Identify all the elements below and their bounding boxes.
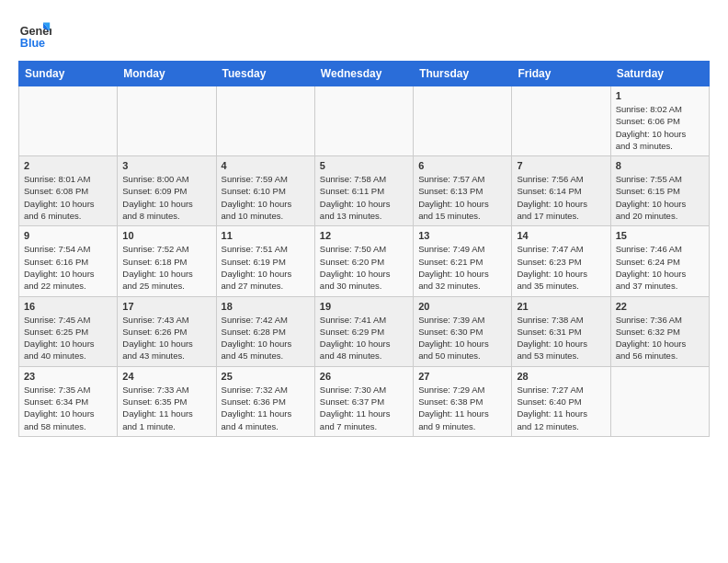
calendar-header-row: SundayMondayTuesdayWednesdayThursdayFrid…: [19, 62, 710, 86]
calendar-day-cell: [414, 86, 512, 156]
day-number: 16: [24, 301, 112, 312]
day-number: 20: [418, 301, 506, 312]
day-info: Sunrise: 7:46 AM Sunset: 6:24 PM Dayligh…: [616, 243, 704, 292]
day-number: 11: [222, 230, 310, 241]
calendar-table: SundayMondayTuesdayWednesdayThursdayFrid…: [18, 61, 710, 437]
calendar-day-cell: [512, 86, 610, 156]
calendar-day-cell: 23Sunrise: 7:35 AM Sunset: 6:34 PM Dayli…: [19, 366, 118, 436]
day-info: Sunrise: 7:36 AM Sunset: 6:32 PM Dayligh…: [616, 314, 704, 362]
weekday-header-tuesday: Tuesday: [216, 62, 314, 86]
day-info: Sunrise: 8:01 AM Sunset: 6:08 PM Dayligh…: [24, 173, 112, 222]
day-number: 13: [418, 230, 506, 241]
day-info: Sunrise: 7:29 AM Sunset: 6:38 PM Dayligh…: [418, 384, 506, 432]
calendar-day-cell: [314, 86, 413, 156]
day-number: 10: [122, 230, 210, 241]
day-info: Sunrise: 8:00 AM Sunset: 6:09 PM Dayligh…: [122, 173, 210, 222]
calendar-day-cell: 4Sunrise: 7:59 AM Sunset: 6:10 PM Daylig…: [216, 156, 314, 226]
day-number: 1: [616, 90, 704, 101]
day-info: Sunrise: 7:59 AM Sunset: 6:10 PM Dayligh…: [222, 173, 310, 222]
weekday-header-thursday: Thursday: [414, 62, 512, 86]
calendar-day-cell: 27Sunrise: 7:29 AM Sunset: 6:38 PM Dayli…: [414, 366, 512, 436]
calendar-day-cell: 22Sunrise: 7:36 AM Sunset: 6:32 PM Dayli…: [610, 296, 709, 366]
calendar-day-cell: 18Sunrise: 7:42 AM Sunset: 6:28 PM Dayli…: [216, 296, 314, 366]
day-info: Sunrise: 7:52 AM Sunset: 6:18 PM Dayligh…: [122, 243, 210, 292]
calendar-day-cell: 14Sunrise: 7:47 AM Sunset: 6:23 PM Dayli…: [512, 226, 610, 296]
calendar-day-cell: 28Sunrise: 7:27 AM Sunset: 6:40 PM Dayli…: [512, 366, 610, 436]
page-header: General Blue: [18, 18, 710, 52]
calendar-day-cell: 12Sunrise: 7:50 AM Sunset: 6:20 PM Dayli…: [314, 226, 413, 296]
day-info: Sunrise: 8:02 AM Sunset: 6:06 PM Dayligh…: [616, 103, 704, 152]
day-number: 9: [24, 230, 112, 241]
calendar-day-cell: 16Sunrise: 7:45 AM Sunset: 6:25 PM Dayli…: [19, 296, 118, 366]
weekday-header-friday: Friday: [512, 62, 610, 86]
day-number: 28: [517, 371, 605, 382]
calendar-day-cell: [216, 86, 314, 156]
calendar-day-cell: [610, 366, 709, 436]
day-info: Sunrise: 7:49 AM Sunset: 6:21 PM Dayligh…: [418, 243, 506, 292]
day-number: 26: [320, 371, 408, 382]
day-info: Sunrise: 7:47 AM Sunset: 6:23 PM Dayligh…: [517, 243, 605, 292]
day-number: 6: [418, 160, 506, 171]
calendar-day-cell: 6Sunrise: 7:57 AM Sunset: 6:13 PM Daylig…: [414, 156, 512, 226]
calendar-day-cell: 24Sunrise: 7:33 AM Sunset: 6:35 PM Dayli…: [118, 366, 216, 436]
day-info: Sunrise: 7:42 AM Sunset: 6:28 PM Dayligh…: [222, 314, 310, 362]
calendar-week-row: 23Sunrise: 7:35 AM Sunset: 6:34 PM Dayli…: [19, 366, 710, 436]
day-info: Sunrise: 7:54 AM Sunset: 6:16 PM Dayligh…: [24, 243, 112, 292]
weekday-header-wednesday: Wednesday: [314, 62, 413, 86]
day-info: Sunrise: 7:39 AM Sunset: 6:30 PM Dayligh…: [418, 314, 506, 362]
day-number: 23: [24, 371, 112, 382]
day-info: Sunrise: 7:38 AM Sunset: 6:31 PM Dayligh…: [517, 314, 605, 362]
day-number: 25: [222, 371, 310, 382]
calendar-day-cell: 17Sunrise: 7:43 AM Sunset: 6:26 PM Dayli…: [118, 296, 216, 366]
calendar-day-cell: 20Sunrise: 7:39 AM Sunset: 6:30 PM Dayli…: [414, 296, 512, 366]
day-info: Sunrise: 7:41 AM Sunset: 6:29 PM Dayligh…: [320, 314, 408, 362]
day-info: Sunrise: 7:50 AM Sunset: 6:20 PM Dayligh…: [320, 243, 408, 292]
logo-icon: General Blue: [18, 18, 51, 52]
day-info: Sunrise: 7:55 AM Sunset: 6:15 PM Dayligh…: [616, 173, 704, 222]
day-number: 4: [222, 160, 310, 171]
calendar-day-cell: 3Sunrise: 8:00 AM Sunset: 6:09 PM Daylig…: [118, 156, 216, 226]
day-number: 12: [320, 230, 408, 241]
day-info: Sunrise: 7:51 AM Sunset: 6:19 PM Dayligh…: [222, 243, 310, 292]
calendar-week-row: 16Sunrise: 7:45 AM Sunset: 6:25 PM Dayli…: [19, 296, 710, 366]
day-number: 14: [517, 230, 605, 241]
calendar-day-cell: 2Sunrise: 8:01 AM Sunset: 6:08 PM Daylig…: [19, 156, 118, 226]
day-info: Sunrise: 7:35 AM Sunset: 6:34 PM Dayligh…: [24, 384, 112, 432]
calendar-day-cell: 15Sunrise: 7:46 AM Sunset: 6:24 PM Dayli…: [610, 226, 709, 296]
day-number: 18: [222, 301, 310, 312]
calendar-day-cell: 25Sunrise: 7:32 AM Sunset: 6:36 PM Dayli…: [216, 366, 314, 436]
day-info: Sunrise: 7:32 AM Sunset: 6:36 PM Dayligh…: [222, 384, 310, 432]
svg-text:Blue: Blue: [20, 37, 45, 50]
weekday-header-monday: Monday: [118, 62, 216, 86]
day-info: Sunrise: 7:43 AM Sunset: 6:26 PM Dayligh…: [122, 314, 210, 362]
calendar-day-cell: 10Sunrise: 7:52 AM Sunset: 6:18 PM Dayli…: [118, 226, 216, 296]
calendar-day-cell: 8Sunrise: 7:55 AM Sunset: 6:15 PM Daylig…: [610, 156, 709, 226]
calendar-day-cell: 7Sunrise: 7:56 AM Sunset: 6:14 PM Daylig…: [512, 156, 610, 226]
day-number: 22: [616, 301, 704, 312]
day-number: 7: [517, 160, 605, 171]
day-number: 5: [320, 160, 408, 171]
day-info: Sunrise: 7:58 AM Sunset: 6:11 PM Dayligh…: [320, 173, 408, 222]
calendar-week-row: 9Sunrise: 7:54 AM Sunset: 6:16 PM Daylig…: [19, 226, 710, 296]
day-info: Sunrise: 7:27 AM Sunset: 6:40 PM Dayligh…: [517, 384, 605, 432]
calendar-week-row: 1Sunrise: 8:02 AM Sunset: 6:06 PM Daylig…: [19, 86, 710, 156]
day-number: 27: [418, 371, 506, 382]
calendar-day-cell: 9Sunrise: 7:54 AM Sunset: 6:16 PM Daylig…: [19, 226, 118, 296]
calendar-day-cell: 21Sunrise: 7:38 AM Sunset: 6:31 PM Dayli…: [512, 296, 610, 366]
weekday-header-sunday: Sunday: [19, 62, 118, 86]
day-info: Sunrise: 7:57 AM Sunset: 6:13 PM Dayligh…: [418, 173, 506, 222]
calendar-day-cell: 13Sunrise: 7:49 AM Sunset: 6:21 PM Dayli…: [414, 226, 512, 296]
calendar-week-row: 2Sunrise: 8:01 AM Sunset: 6:08 PM Daylig…: [19, 156, 710, 226]
calendar-day-cell: [19, 86, 118, 156]
day-info: Sunrise: 7:45 AM Sunset: 6:25 PM Dayligh…: [24, 314, 112, 362]
day-number: 17: [122, 301, 210, 312]
day-number: 24: [122, 371, 210, 382]
calendar-day-cell: 26Sunrise: 7:30 AM Sunset: 6:37 PM Dayli…: [314, 366, 413, 436]
calendar-day-cell: [118, 86, 216, 156]
calendar-day-cell: 5Sunrise: 7:58 AM Sunset: 6:11 PM Daylig…: [314, 156, 413, 226]
day-number: 2: [24, 160, 112, 171]
calendar-day-cell: 19Sunrise: 7:41 AM Sunset: 6:29 PM Dayli…: [314, 296, 413, 366]
day-number: 21: [517, 301, 605, 312]
calendar-day-cell: 11Sunrise: 7:51 AM Sunset: 6:19 PM Dayli…: [216, 226, 314, 296]
logo: General Blue: [18, 18, 55, 52]
